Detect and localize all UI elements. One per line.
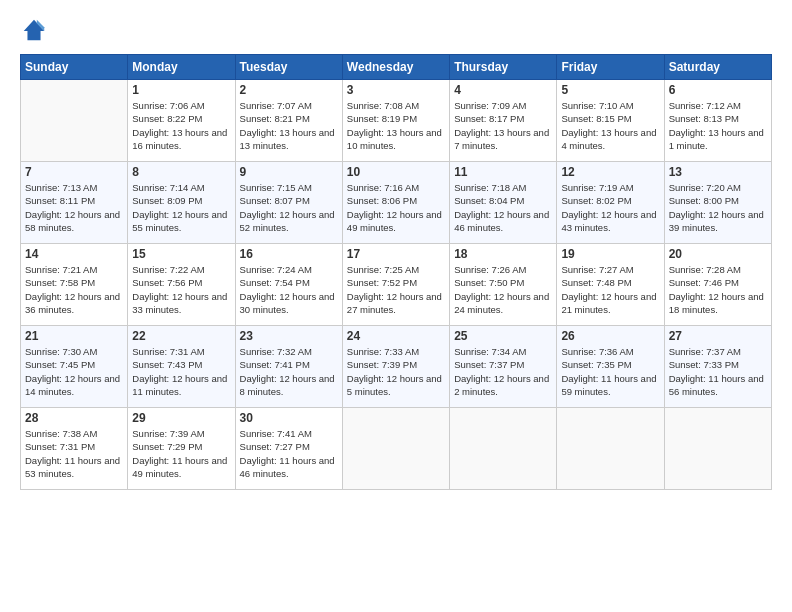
calendar-cell: 2Sunrise: 7:07 AMSunset: 8:21 PMDaylight… <box>235 80 342 162</box>
day-number: 21 <box>25 329 123 343</box>
calendar-cell: 4Sunrise: 7:09 AMSunset: 8:17 PMDaylight… <box>450 80 557 162</box>
day-info: Sunrise: 7:07 AMSunset: 8:21 PMDaylight:… <box>240 99 338 152</box>
day-number: 2 <box>240 83 338 97</box>
day-info: Sunrise: 7:28 AMSunset: 7:46 PMDaylight:… <box>669 263 767 316</box>
day-number: 17 <box>347 247 445 261</box>
day-number: 29 <box>132 411 230 425</box>
day-number: 16 <box>240 247 338 261</box>
day-number: 25 <box>454 329 552 343</box>
day-info: Sunrise: 7:31 AMSunset: 7:43 PMDaylight:… <box>132 345 230 398</box>
day-info: Sunrise: 7:38 AMSunset: 7:31 PMDaylight:… <box>25 427 123 480</box>
day-info: Sunrise: 7:37 AMSunset: 7:33 PMDaylight:… <box>669 345 767 398</box>
day-number: 27 <box>669 329 767 343</box>
day-number: 24 <box>347 329 445 343</box>
day-number: 10 <box>347 165 445 179</box>
day-number: 14 <box>25 247 123 261</box>
page: SundayMondayTuesdayWednesdayThursdayFrid… <box>0 0 792 612</box>
calendar-cell <box>557 408 664 490</box>
svg-marker-0 <box>24 20 45 41</box>
day-info: Sunrise: 7:22 AMSunset: 7:56 PMDaylight:… <box>132 263 230 316</box>
week-row-1: 7Sunrise: 7:13 AMSunset: 8:11 PMDaylight… <box>21 162 772 244</box>
day-info: Sunrise: 7:08 AMSunset: 8:19 PMDaylight:… <box>347 99 445 152</box>
day-info: Sunrise: 7:41 AMSunset: 7:27 PMDaylight:… <box>240 427 338 480</box>
calendar-cell <box>21 80 128 162</box>
day-info: Sunrise: 7:32 AMSunset: 7:41 PMDaylight:… <box>240 345 338 398</box>
day-info: Sunrise: 7:27 AMSunset: 7:48 PMDaylight:… <box>561 263 659 316</box>
calendar-cell: 12Sunrise: 7:19 AMSunset: 8:02 PMDayligh… <box>557 162 664 244</box>
day-info: Sunrise: 7:25 AMSunset: 7:52 PMDaylight:… <box>347 263 445 316</box>
calendar-cell: 10Sunrise: 7:16 AMSunset: 8:06 PMDayligh… <box>342 162 449 244</box>
day-number: 5 <box>561 83 659 97</box>
day-number: 7 <box>25 165 123 179</box>
day-number: 6 <box>669 83 767 97</box>
day-info: Sunrise: 7:30 AMSunset: 7:45 PMDaylight:… <box>25 345 123 398</box>
week-row-2: 14Sunrise: 7:21 AMSunset: 7:58 PMDayligh… <box>21 244 772 326</box>
day-info: Sunrise: 7:14 AMSunset: 8:09 PMDaylight:… <box>132 181 230 234</box>
day-number: 12 <box>561 165 659 179</box>
calendar-cell: 8Sunrise: 7:14 AMSunset: 8:09 PMDaylight… <box>128 162 235 244</box>
calendar-cell: 11Sunrise: 7:18 AMSunset: 8:04 PMDayligh… <box>450 162 557 244</box>
calendar-cell: 27Sunrise: 7:37 AMSunset: 7:33 PMDayligh… <box>664 326 771 408</box>
day-number: 18 <box>454 247 552 261</box>
calendar-cell: 9Sunrise: 7:15 AMSunset: 8:07 PMDaylight… <box>235 162 342 244</box>
day-info: Sunrise: 7:15 AMSunset: 8:07 PMDaylight:… <box>240 181 338 234</box>
calendar-cell <box>450 408 557 490</box>
day-info: Sunrise: 7:18 AMSunset: 8:04 PMDaylight:… <box>454 181 552 234</box>
day-number: 20 <box>669 247 767 261</box>
day-number: 1 <box>132 83 230 97</box>
header <box>20 16 772 44</box>
header-monday: Monday <box>128 55 235 80</box>
day-info: Sunrise: 7:33 AMSunset: 7:39 PMDaylight:… <box>347 345 445 398</box>
day-info: Sunrise: 7:09 AMSunset: 8:17 PMDaylight:… <box>454 99 552 152</box>
calendar-cell: 17Sunrise: 7:25 AMSunset: 7:52 PMDayligh… <box>342 244 449 326</box>
logo-icon <box>20 16 48 44</box>
calendar-cell: 29Sunrise: 7:39 AMSunset: 7:29 PMDayligh… <box>128 408 235 490</box>
calendar-cell: 18Sunrise: 7:26 AMSunset: 7:50 PMDayligh… <box>450 244 557 326</box>
calendar-cell: 20Sunrise: 7:28 AMSunset: 7:46 PMDayligh… <box>664 244 771 326</box>
calendar-cell: 30Sunrise: 7:41 AMSunset: 7:27 PMDayligh… <box>235 408 342 490</box>
header-saturday: Saturday <box>664 55 771 80</box>
calendar-cell: 19Sunrise: 7:27 AMSunset: 7:48 PMDayligh… <box>557 244 664 326</box>
logo <box>20 16 52 44</box>
calendar-cell: 26Sunrise: 7:36 AMSunset: 7:35 PMDayligh… <box>557 326 664 408</box>
day-number: 11 <box>454 165 552 179</box>
day-number: 30 <box>240 411 338 425</box>
calendar-cell: 3Sunrise: 7:08 AMSunset: 8:19 PMDaylight… <box>342 80 449 162</box>
header-tuesday: Tuesday <box>235 55 342 80</box>
calendar-cell: 23Sunrise: 7:32 AMSunset: 7:41 PMDayligh… <box>235 326 342 408</box>
day-number: 26 <box>561 329 659 343</box>
day-number: 23 <box>240 329 338 343</box>
calendar-cell <box>664 408 771 490</box>
day-info: Sunrise: 7:36 AMSunset: 7:35 PMDaylight:… <box>561 345 659 398</box>
calendar-cell: 28Sunrise: 7:38 AMSunset: 7:31 PMDayligh… <box>21 408 128 490</box>
day-info: Sunrise: 7:24 AMSunset: 7:54 PMDaylight:… <box>240 263 338 316</box>
day-number: 28 <box>25 411 123 425</box>
calendar-cell: 22Sunrise: 7:31 AMSunset: 7:43 PMDayligh… <box>128 326 235 408</box>
day-info: Sunrise: 7:39 AMSunset: 7:29 PMDaylight:… <box>132 427 230 480</box>
header-row: SundayMondayTuesdayWednesdayThursdayFrid… <box>21 55 772 80</box>
day-info: Sunrise: 7:26 AMSunset: 7:50 PMDaylight:… <box>454 263 552 316</box>
calendar-cell: 7Sunrise: 7:13 AMSunset: 8:11 PMDaylight… <box>21 162 128 244</box>
calendar-cell: 1Sunrise: 7:06 AMSunset: 8:22 PMDaylight… <box>128 80 235 162</box>
header-sunday: Sunday <box>21 55 128 80</box>
calendar-cell: 5Sunrise: 7:10 AMSunset: 8:15 PMDaylight… <box>557 80 664 162</box>
day-info: Sunrise: 7:12 AMSunset: 8:13 PMDaylight:… <box>669 99 767 152</box>
day-number: 3 <box>347 83 445 97</box>
day-number: 22 <box>132 329 230 343</box>
calendar-cell: 15Sunrise: 7:22 AMSunset: 7:56 PMDayligh… <box>128 244 235 326</box>
calendar-cell: 21Sunrise: 7:30 AMSunset: 7:45 PMDayligh… <box>21 326 128 408</box>
week-row-4: 28Sunrise: 7:38 AMSunset: 7:31 PMDayligh… <box>21 408 772 490</box>
calendar-cell: 6Sunrise: 7:12 AMSunset: 8:13 PMDaylight… <box>664 80 771 162</box>
day-info: Sunrise: 7:06 AMSunset: 8:22 PMDaylight:… <box>132 99 230 152</box>
day-info: Sunrise: 7:13 AMSunset: 8:11 PMDaylight:… <box>25 181 123 234</box>
calendar-cell: 25Sunrise: 7:34 AMSunset: 7:37 PMDayligh… <box>450 326 557 408</box>
header-wednesday: Wednesday <box>342 55 449 80</box>
week-row-3: 21Sunrise: 7:30 AMSunset: 7:45 PMDayligh… <box>21 326 772 408</box>
calendar-cell: 24Sunrise: 7:33 AMSunset: 7:39 PMDayligh… <box>342 326 449 408</box>
day-number: 9 <box>240 165 338 179</box>
header-friday: Friday <box>557 55 664 80</box>
calendar-cell: 14Sunrise: 7:21 AMSunset: 7:58 PMDayligh… <box>21 244 128 326</box>
calendar-cell: 13Sunrise: 7:20 AMSunset: 8:00 PMDayligh… <box>664 162 771 244</box>
day-number: 13 <box>669 165 767 179</box>
day-info: Sunrise: 7:34 AMSunset: 7:37 PMDaylight:… <box>454 345 552 398</box>
